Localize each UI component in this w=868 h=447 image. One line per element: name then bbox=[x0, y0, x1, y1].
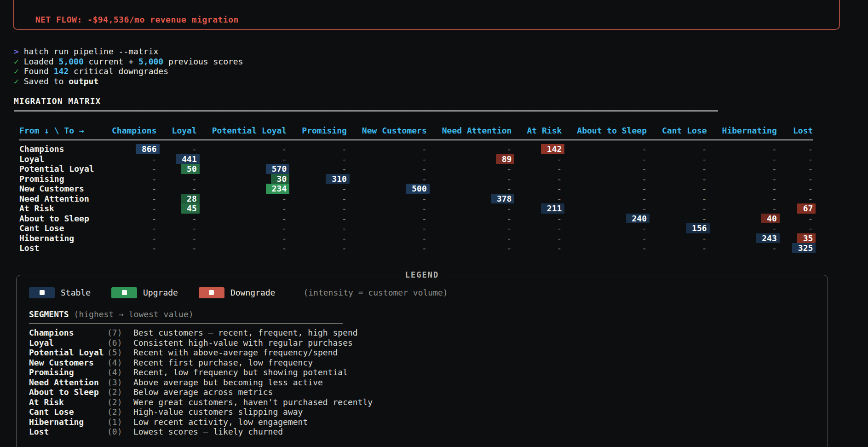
matrix-cell: - bbox=[287, 140, 347, 154]
matrix-empty-cell: - bbox=[642, 184, 647, 193]
matrix-empty-cell: - bbox=[507, 144, 512, 154]
matrix-empty-cell: - bbox=[808, 144, 813, 154]
matrix-cell: - bbox=[157, 214, 197, 224]
matrix-cell: - bbox=[197, 214, 287, 224]
matrix-cell: - bbox=[97, 243, 157, 253]
matrix-cell: - bbox=[707, 203, 777, 214]
matrix-empty-cell: - bbox=[772, 174, 777, 184]
matrix-empty-cell: - bbox=[808, 214, 813, 223]
matrix-empty-cell: - bbox=[342, 223, 347, 233]
matrix-empty-cell: - bbox=[702, 174, 707, 184]
segment-name: Hibernating bbox=[29, 417, 107, 427]
matrix-cell: - bbox=[97, 214, 157, 224]
matrix-cell: - bbox=[157, 223, 197, 233]
matrix-cell: 40 bbox=[707, 214, 777, 224]
matrix-cell: - bbox=[347, 233, 427, 244]
segment-row: Promising(4)Recent, low frequency but sh… bbox=[29, 367, 828, 377]
segment-row: About to Sleep(2)Below average across me… bbox=[29, 387, 828, 397]
matrix-cell: - bbox=[562, 194, 647, 204]
matrix-cell: - bbox=[647, 233, 707, 244]
matrix-cell-badge-stable: 500 bbox=[406, 184, 430, 194]
legend-item-label: Stable bbox=[61, 288, 91, 298]
matrix-empty-cell: - bbox=[702, 164, 707, 174]
matrix-empty-cell: - bbox=[557, 184, 562, 193]
matrix-empty-cell: - bbox=[342, 214, 347, 223]
matrix-empty-cell: - bbox=[192, 184, 197, 193]
status-text: output bbox=[69, 76, 98, 86]
segment-row: New Customers(4)Recent first purchase, l… bbox=[29, 358, 828, 368]
matrix-empty-cell: - bbox=[808, 194, 813, 203]
matrix-empty-cell: - bbox=[642, 203, 647, 213]
matrix-cell: - bbox=[157, 174, 197, 184]
terminal-status-line: ✓ Found 142 critical downgrades bbox=[14, 66, 868, 76]
legend-intensity-note: (intensity = customer volume) bbox=[303, 288, 448, 298]
matrix-cell-badge-stable: 866 bbox=[136, 144, 160, 154]
segment-score: (4) bbox=[107, 367, 127, 377]
segment-score: (2) bbox=[107, 397, 127, 407]
status-text: Found bbox=[24, 66, 54, 76]
matrix-cell: - bbox=[97, 164, 157, 174]
segment-score: (0) bbox=[107, 427, 127, 437]
matrix-empty-cell: - bbox=[808, 154, 813, 164]
matrix-cell: - bbox=[512, 233, 562, 244]
matrix-cell: 310 bbox=[287, 174, 347, 184]
matrix-cell-badge-stable: 240 bbox=[626, 214, 650, 224]
matrix-cell: 67 bbox=[777, 203, 813, 214]
segment-description: Low recent activity, low engagement bbox=[127, 417, 308, 427]
matrix-cell-badge-stable: 310 bbox=[326, 174, 350, 184]
matrix-empty-cell: - bbox=[772, 203, 777, 213]
legend-panel-title: LEGEND bbox=[398, 270, 446, 280]
matrix-empty-cell: - bbox=[702, 194, 707, 203]
matrix-empty-cell: - bbox=[192, 243, 197, 253]
segments-divider bbox=[29, 323, 343, 324]
matrix-empty-cell: - bbox=[642, 164, 647, 174]
matrix-cell: 240 bbox=[562, 214, 647, 224]
matrix-cell: - bbox=[287, 203, 347, 214]
check-icon: ✓ bbox=[14, 76, 24, 86]
segment-name: Need Attention bbox=[29, 377, 107, 388]
segment-score: (2) bbox=[107, 407, 127, 417]
matrix-empty-cell: - bbox=[342, 203, 347, 213]
matrix-empty-cell: - bbox=[772, 154, 777, 164]
matrix-empty-cell: - bbox=[152, 154, 157, 164]
matrix-cell: - bbox=[512, 184, 562, 194]
matrix-cell: 28 bbox=[157, 194, 197, 204]
matrix-cell: - bbox=[707, 243, 777, 253]
matrix-cell: - bbox=[347, 154, 427, 164]
matrix-row: Promising--30310------- bbox=[19, 174, 813, 184]
swatch-dot-icon bbox=[122, 290, 127, 295]
matrix-cell: - bbox=[97, 223, 157, 233]
segment-row: Lost(0)Lowest scores — likely churned bbox=[29, 427, 828, 437]
matrix-cell: - bbox=[287, 233, 347, 244]
matrix-empty-cell: - bbox=[642, 243, 647, 253]
matrix-empty-cell: - bbox=[422, 214, 427, 223]
matrix-row-label: Hibernating bbox=[19, 233, 97, 244]
matrix-cell: - bbox=[777, 214, 813, 224]
segment-score: (1) bbox=[107, 417, 127, 427]
matrix-empty-cell: - bbox=[282, 203, 287, 213]
segment-description: High-value customers slipping away bbox=[127, 407, 303, 417]
segment-description: Below average across metrics bbox=[127, 387, 273, 397]
status-text: 142 bbox=[54, 66, 69, 76]
matrix-cell: - bbox=[707, 164, 777, 174]
command-line: > hatch run pipeline --matrix bbox=[14, 46, 868, 57]
matrix-empty-cell: - bbox=[702, 144, 707, 154]
matrix-row: New Customers--234-500------ bbox=[19, 184, 813, 194]
net-flow-text: NET FLOW: -$94,536/mo revenue migration bbox=[35, 15, 239, 24]
segment-score: (3) bbox=[107, 377, 127, 388]
matrix-cell-badge-stable: 378 bbox=[491, 194, 515, 204]
matrix-empty-cell: - bbox=[282, 243, 287, 253]
segments-heading: SEGMENTS (highest → lowest value) bbox=[29, 309, 828, 319]
matrix-cell: 35 bbox=[777, 233, 813, 244]
legend-item-upgrade: Upgrade bbox=[111, 287, 178, 298]
matrix-cell: 866 bbox=[97, 140, 157, 154]
matrix-cell: - bbox=[97, 194, 157, 204]
matrix-cell: 570 bbox=[197, 164, 287, 174]
matrix-cell: - bbox=[512, 164, 562, 174]
matrix-empty-cell: - bbox=[772, 184, 777, 193]
matrix-column-header: Hibernating bbox=[707, 126, 777, 140]
matrix-empty-cell: - bbox=[642, 174, 647, 184]
segment-row: Cant Lose(2)High-value customers slippin… bbox=[29, 407, 828, 417]
matrix-cell: - bbox=[562, 203, 647, 214]
matrix-cell: - bbox=[97, 184, 157, 194]
